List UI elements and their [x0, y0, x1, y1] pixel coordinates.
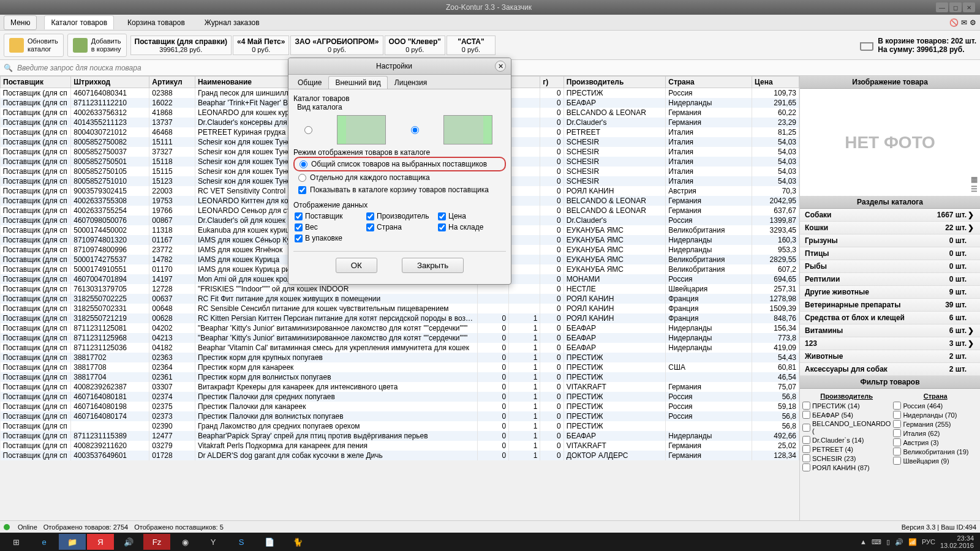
mode-separate-radio[interactable] [298, 174, 306, 182]
mode-shared-radio-row[interactable]: Общий список товаров на выбранных постав… [293, 157, 506, 171]
category-row[interactable]: Животные2 шт. [800, 350, 980, 363]
table-row[interactable]: Поставщик (для сп318255070222500637RC Fi… [1, 294, 799, 304]
tray-up-icon[interactable]: ▲ [860, 538, 867, 545]
display-option[interactable]: Поставщик [295, 212, 361, 220]
yandex-icon[interactable]: Я [87, 534, 114, 550]
mode-separate-radio-row[interactable]: Отдельно для каждого поставщика [293, 171, 506, 184]
table-row[interactable]: Поставщик (для сп400823926238703307Витак… [1, 382, 799, 392]
mail-icon[interactable]: ✉ [961, 18, 967, 27]
supplier-box[interactable]: «4 Май Петс»0 руб. [233, 36, 289, 55]
display-option[interactable]: Вес [295, 223, 361, 231]
dialog-tab-license[interactable]: Лицензия [388, 76, 434, 89]
tray-volume-icon[interactable]: 🔊 [895, 538, 903, 546]
chrome-icon[interactable]: ◉ [172, 534, 198, 550]
table-row[interactable]: Поставщик (для сп460716408017402373Прест… [1, 411, 799, 421]
table-row[interactable]: Поставщик (для сп871123112503604182Beaph… [1, 343, 799, 353]
tray-flag-icon[interactable]: ▯ [886, 538, 890, 546]
minimize-button[interactable]: — [936, 2, 948, 12]
dialog-ok-button[interactable]: ОК [336, 258, 377, 273]
table-row[interactable]: Поставщик (для сп460716408019802375Прест… [1, 402, 799, 411]
filter-mfr-item[interactable]: ПРЕСТИЖ (14) [802, 401, 891, 410]
category-row[interactable]: Ветеринарные препараты39 шт. [800, 299, 980, 312]
table-row[interactable]: Поставщик (для сп3881770402361Престиж ко… [1, 372, 799, 382]
table-row[interactable]: Поставщик (для сп318255070233100648RC Se… [1, 304, 799, 313]
gear-icon[interactable]: ⚙ [970, 18, 976, 27]
column-header[interactable] [509, 77, 540, 88]
layout-right-radio[interactable] [411, 126, 419, 134]
add-to-cart-button[interactable]: Добавить в корзину [67, 34, 127, 57]
menu-button[interactable]: Меню [4, 15, 37, 30]
filter-mfr-item[interactable]: PETREET (4) [802, 444, 891, 454]
tray-network-icon[interactable]: 📶 [908, 538, 917, 546]
table-row[interactable]: Поставщик (для сп318255072121900628RC Ki… [1, 313, 799, 323]
table-row[interactable]: Поставщик (для сп400823921162003279Vitak… [1, 441, 799, 451]
category-row[interactable]: 1233 шт.❯ [800, 337, 980, 350]
category-row[interactable]: Кошки22 шт.❯ [800, 222, 980, 234]
table-row[interactable]: Поставщик (для сп871123111538912477Beaph… [1, 431, 799, 441]
filter-mfr-item[interactable]: SCHESIR (23) [802, 454, 891, 463]
filter-mfr-item[interactable]: Dr.Clauder`s (14) [802, 435, 891, 444]
category-row[interactable]: Рыбы0 шт. [800, 260, 980, 273]
table-row[interactable]: Поставщик (для сп871123112508104202"Beap… [1, 323, 799, 333]
dialog-close-button[interactable]: ✕ [495, 61, 506, 72]
display-option[interactable]: Цена [438, 212, 505, 220]
filter-country-item[interactable]: Нидерланды (70) [893, 410, 978, 419]
tray-lang[interactable]: РУС [922, 538, 935, 545]
view-list-icon[interactable]: ☰ [971, 185, 978, 193]
skype-icon[interactable]: S [228, 534, 255, 550]
filter-country-item[interactable]: Швейцария (9) [893, 456, 978, 465]
search-input[interactable] [15, 62, 297, 74]
display-option[interactable]: Производитель [366, 212, 433, 220]
column-header[interactable]: Страна [666, 77, 752, 88]
table-row[interactable]: Поставщик (для сп761303137970512728"FRIS… [1, 284, 799, 294]
supplier-box[interactable]: ООО "Клевер"0 руб. [385, 36, 445, 55]
explorer-icon[interactable]: 📁 [59, 534, 86, 550]
table-row[interactable]: Поставщик (для сп871123112596804213"Beap… [1, 333, 799, 343]
mode-shared-radio[interactable] [300, 160, 307, 168]
dialog-tab-appearance[interactable]: Внешний вид [328, 76, 387, 89]
supplier-box[interactable]: Поставщик (для справки)39961,28 руб. [130, 36, 232, 55]
category-row[interactable]: Другие животные9 шт. [800, 286, 980, 299]
app-icon[interactable]: 🐈 [284, 534, 311, 550]
show-cart-checkbox[interactable] [298, 186, 306, 194]
filter-country-item[interactable]: Великобритания (19) [893, 447, 978, 456]
notepad-icon[interactable]: 📄 [256, 534, 283, 550]
category-row[interactable]: Рептилии0 шт. [800, 273, 980, 286]
column-header[interactable]: Штрихкод [71, 77, 149, 88]
maximize-button[interactable]: ◻ [949, 2, 962, 12]
dialog-tab-general[interactable]: Общие [291, 76, 328, 89]
column-header[interactable]: Производитель [564, 77, 665, 88]
filter-mfr-item[interactable]: РОЯЛ КАНИН (87) [802, 463, 891, 472]
tab-cart[interactable]: Корзина товаров [121, 16, 191, 29]
column-header[interactable]: Поставщик [1, 77, 71, 88]
dialog-close-button2[interactable]: Закрыть [402, 258, 464, 273]
filter-country-item[interactable]: Австрия (3) [893, 438, 978, 447]
close-button[interactable]: ✕ [963, 2, 975, 12]
category-row[interactable]: Средства от блох и клещей6 шт. [800, 312, 980, 324]
filter-mfr-item[interactable]: БЕАФАР (54) [802, 410, 891, 419]
view-grid-icon[interactable]: ▦ [971, 175, 978, 184]
filter-country-item[interactable]: Италия (62) [893, 429, 978, 438]
table-row[interactable]: Поставщик (для сп3881770202363Престиж ко… [1, 353, 799, 362]
tab-orders[interactable]: Журнал заказов [198, 16, 266, 29]
tab-catalog[interactable]: Каталог товаров [44, 15, 114, 29]
layout-left-radio[interactable] [304, 126, 312, 134]
refresh-catalog-button[interactable]: Обновить каталог [4, 34, 64, 57]
table-row[interactable]: Поставщик (для сп460716408018102374Прест… [1, 392, 799, 402]
alert-icon[interactable]: 🚫 [949, 18, 959, 27]
ie-icon[interactable]: e [31, 534, 58, 550]
table-row[interactable]: Поставщик (для сп3881770802364Престиж ко… [1, 362, 799, 372]
category-row[interactable]: Птицы0 шт. [800, 247, 980, 260]
filter-mfr-item[interactable]: BELCANDO_LEONARDO ( [802, 419, 891, 435]
category-row[interactable]: Витамины6 шт.❯ [800, 324, 980, 337]
tray-keyboard-icon[interactable]: ⌨ [872, 538, 881, 546]
column-header[interactable]: Цена [752, 77, 799, 88]
filter-country-header[interactable]: Страна [893, 391, 978, 401]
sound-icon[interactable]: 🔊 [115, 534, 142, 550]
category-row[interactable]: Собаки1667 шт.❯ [800, 209, 980, 222]
supplier-box[interactable]: "АСТА"0 руб. [447, 36, 496, 55]
column-header[interactable]: Артикул [149, 77, 195, 88]
filezilla-icon[interactable]: Fz [143, 534, 170, 550]
category-row[interactable]: Грызуны0 шт. [800, 234, 980, 247]
supplier-box[interactable]: ЗАО «АГРОБИОПРОМ»0 руб. [290, 36, 383, 55]
